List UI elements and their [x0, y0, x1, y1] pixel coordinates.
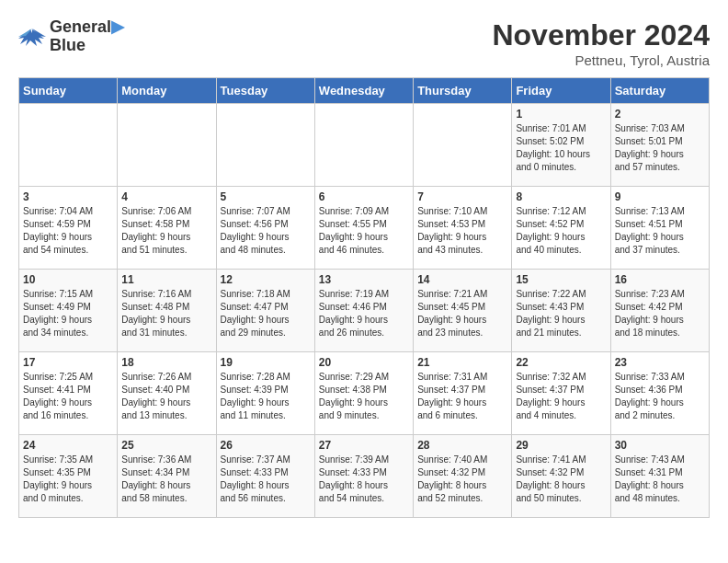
day-number: 6 — [319, 190, 409, 203]
calendar-week-row: 24Sunrise: 7:35 AM Sunset: 4:35 PM Dayli… — [19, 435, 710, 518]
day-number: 2 — [615, 108, 705, 121]
calendar-cell: 14Sunrise: 7:21 AM Sunset: 4:45 PM Dayli… — [414, 270, 512, 352]
calendar-cell: 8Sunrise: 7:12 AM Sunset: 4:52 PM Daylig… — [512, 187, 610, 270]
calendar-cell — [19, 104, 118, 187]
day-number: 17 — [23, 356, 113, 369]
calendar-table: SundayMondayTuesdayWednesdayThursdayFrid… — [18, 77, 710, 518]
day-info: Sunrise: 7:29 AM Sunset: 4:38 PM Dayligh… — [319, 371, 409, 422]
weekday-header: Sunday — [19, 78, 118, 104]
day-info: Sunrise: 7:18 AM Sunset: 4:47 PM Dayligh… — [221, 288, 311, 339]
day-number: 30 — [615, 439, 705, 452]
day-info: Sunrise: 7:32 AM Sunset: 4:37 PM Dayligh… — [516, 371, 606, 422]
calendar-cell: 20Sunrise: 7:29 AM Sunset: 4:38 PM Dayli… — [314, 352, 413, 435]
calendar-cell — [414, 104, 512, 187]
calendar-cell: 5Sunrise: 7:07 AM Sunset: 4:56 PM Daylig… — [216, 187, 314, 270]
calendar-cell — [314, 104, 413, 187]
day-number: 25 — [121, 439, 211, 452]
day-info: Sunrise: 7:40 AM Sunset: 4:32 PM Dayligh… — [417, 454, 507, 505]
calendar-cell: 17Sunrise: 7:25 AM Sunset: 4:41 PM Dayli… — [19, 352, 118, 435]
day-number: 3 — [23, 190, 113, 203]
day-number: 12 — [221, 273, 311, 286]
weekday-header: Wednesday — [314, 78, 413, 104]
day-info: Sunrise: 7:36 AM Sunset: 4:34 PM Dayligh… — [121, 454, 211, 505]
calendar-cell: 15Sunrise: 7:22 AM Sunset: 4:43 PM Dayli… — [512, 270, 610, 352]
calendar-cell — [118, 104, 216, 187]
day-info: Sunrise: 7:15 AM Sunset: 4:49 PM Dayligh… — [23, 288, 113, 339]
day-info: Sunrise: 7:43 AM Sunset: 4:31 PM Dayligh… — [615, 454, 705, 505]
calendar-cell: 28Sunrise: 7:40 AM Sunset: 4:32 PM Dayli… — [414, 435, 512, 518]
calendar-cell: 1Sunrise: 7:01 AM Sunset: 5:02 PM Daylig… — [512, 104, 610, 187]
day-number: 9 — [615, 190, 705, 203]
calendar-cell: 13Sunrise: 7:19 AM Sunset: 4:46 PM Dayli… — [314, 270, 413, 352]
calendar-cell: 16Sunrise: 7:23 AM Sunset: 4:42 PM Dayli… — [610, 270, 709, 352]
weekday-header: Thursday — [414, 78, 512, 104]
page-header: General▶ Blue November 2024 Pettneu, Tyr… — [18, 18, 710, 68]
day-number: 14 — [417, 273, 507, 286]
day-info: Sunrise: 7:35 AM Sunset: 4:35 PM Dayligh… — [23, 454, 113, 505]
day-number: 5 — [221, 190, 311, 203]
day-number: 4 — [121, 190, 211, 203]
day-info: Sunrise: 7:19 AM Sunset: 4:46 PM Dayligh… — [319, 288, 409, 339]
weekday-header: Tuesday — [216, 78, 314, 104]
day-info: Sunrise: 7:22 AM Sunset: 4:43 PM Dayligh… — [516, 288, 606, 339]
calendar-week-row: 3Sunrise: 7:04 AM Sunset: 4:59 PM Daylig… — [19, 187, 710, 270]
day-info: Sunrise: 7:37 AM Sunset: 4:33 PM Dayligh… — [221, 454, 311, 505]
calendar-cell: 27Sunrise: 7:39 AM Sunset: 4:33 PM Dayli… — [314, 435, 413, 518]
weekday-header: Monday — [118, 78, 216, 104]
day-info: Sunrise: 7:39 AM Sunset: 4:33 PM Dayligh… — [319, 454, 409, 505]
calendar-cell: 7Sunrise: 7:10 AM Sunset: 4:53 PM Daylig… — [414, 187, 512, 270]
weekday-header: Saturday — [610, 78, 709, 104]
logo: General▶ Blue — [18, 18, 124, 55]
calendar-cell: 21Sunrise: 7:31 AM Sunset: 4:37 PM Dayli… — [414, 352, 512, 435]
calendar-cell: 6Sunrise: 7:09 AM Sunset: 4:55 PM Daylig… — [314, 187, 413, 270]
day-number: 18 — [121, 356, 211, 369]
day-info: Sunrise: 7:25 AM Sunset: 4:41 PM Dayligh… — [23, 371, 113, 422]
month-title: November 2024 — [492, 18, 710, 52]
day-info: Sunrise: 7:12 AM Sunset: 4:52 PM Dayligh… — [516, 205, 606, 257]
day-number: 29 — [516, 439, 606, 452]
calendar-week-row: 10Sunrise: 7:15 AM Sunset: 4:49 PM Dayli… — [19, 270, 710, 352]
day-info: Sunrise: 7:28 AM Sunset: 4:39 PM Dayligh… — [221, 371, 311, 422]
logo-icon — [18, 26, 46, 48]
calendar-cell: 3Sunrise: 7:04 AM Sunset: 4:59 PM Daylig… — [19, 187, 118, 270]
calendar-cell: 25Sunrise: 7:36 AM Sunset: 4:34 PM Dayli… — [118, 435, 216, 518]
day-info: Sunrise: 7:09 AM Sunset: 4:55 PM Dayligh… — [319, 205, 409, 257]
day-number: 13 — [319, 273, 409, 286]
location: Pettneu, Tyrol, Austria — [492, 52, 710, 68]
day-info: Sunrise: 7:26 AM Sunset: 4:40 PM Dayligh… — [121, 371, 211, 422]
calendar-cell: 4Sunrise: 7:06 AM Sunset: 4:58 PM Daylig… — [118, 187, 216, 270]
day-info: Sunrise: 7:03 AM Sunset: 5:01 PM Dayligh… — [615, 122, 705, 174]
day-info: Sunrise: 7:33 AM Sunset: 4:36 PM Dayligh… — [615, 371, 705, 422]
day-number: 22 — [516, 356, 606, 369]
day-number: 28 — [417, 439, 507, 452]
weekday-header: Friday — [512, 78, 610, 104]
day-info: Sunrise: 7:07 AM Sunset: 4:56 PM Dayligh… — [221, 205, 311, 257]
calendar-cell: 29Sunrise: 7:41 AM Sunset: 4:32 PM Dayli… — [512, 435, 610, 518]
calendar-cell: 12Sunrise: 7:18 AM Sunset: 4:47 PM Dayli… — [216, 270, 314, 352]
calendar-cell: 22Sunrise: 7:32 AM Sunset: 4:37 PM Dayli… — [512, 352, 610, 435]
calendar-cell: 23Sunrise: 7:33 AM Sunset: 4:36 PM Dayli… — [610, 352, 709, 435]
day-number: 20 — [319, 356, 409, 369]
day-number: 24 — [23, 439, 113, 452]
calendar-cell: 30Sunrise: 7:43 AM Sunset: 4:31 PM Dayli… — [610, 435, 709, 518]
day-info: Sunrise: 7:10 AM Sunset: 4:53 PM Dayligh… — [417, 205, 507, 257]
day-number: 26 — [221, 439, 311, 452]
calendar-cell — [216, 104, 314, 187]
calendar-cell: 24Sunrise: 7:35 AM Sunset: 4:35 PM Dayli… — [19, 435, 118, 518]
day-info: Sunrise: 7:23 AM Sunset: 4:42 PM Dayligh… — [615, 288, 705, 339]
calendar-cell: 9Sunrise: 7:13 AM Sunset: 4:51 PM Daylig… — [610, 187, 709, 270]
calendar-week-row: 17Sunrise: 7:25 AM Sunset: 4:41 PM Dayli… — [19, 352, 710, 435]
calendar-cell: 10Sunrise: 7:15 AM Sunset: 4:49 PM Dayli… — [19, 270, 118, 352]
day-info: Sunrise: 7:06 AM Sunset: 4:58 PM Dayligh… — [121, 205, 211, 257]
day-info: Sunrise: 7:04 AM Sunset: 4:59 PM Dayligh… — [23, 205, 113, 257]
day-number: 21 — [417, 356, 507, 369]
day-number: 1 — [516, 108, 606, 121]
calendar-cell: 19Sunrise: 7:28 AM Sunset: 4:39 PM Dayli… — [216, 352, 314, 435]
day-info: Sunrise: 7:31 AM Sunset: 4:37 PM Dayligh… — [417, 371, 507, 422]
day-number: 8 — [516, 190, 606, 203]
day-number: 27 — [319, 439, 409, 452]
calendar-cell: 2Sunrise: 7:03 AM Sunset: 5:01 PM Daylig… — [610, 104, 709, 187]
day-number: 7 — [417, 190, 507, 203]
day-number: 15 — [516, 273, 606, 286]
day-number: 10 — [23, 273, 113, 286]
